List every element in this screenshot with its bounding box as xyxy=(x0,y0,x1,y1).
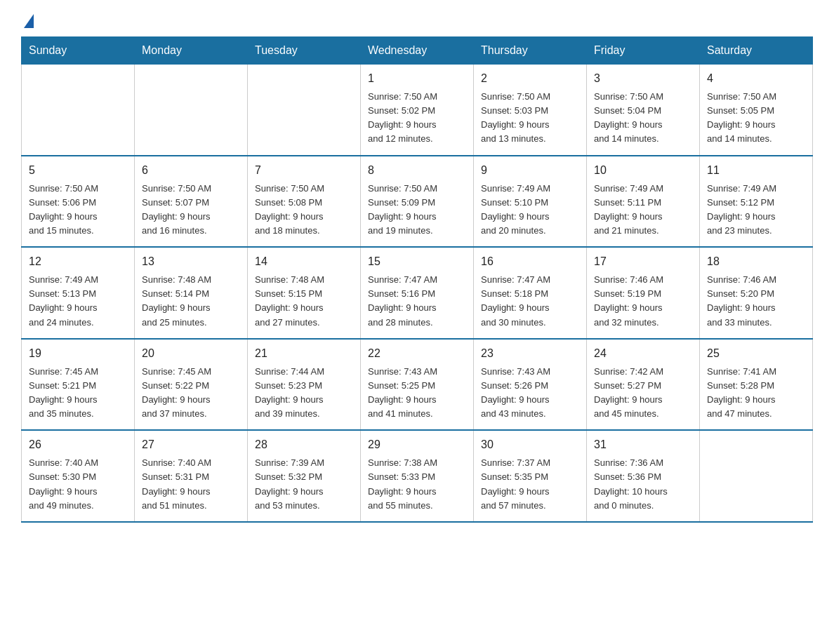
day-info: Sunrise: 7:50 AM Sunset: 5:09 PM Dayligh… xyxy=(368,182,466,239)
day-info: Sunrise: 7:46 AM Sunset: 5:20 PM Dayligh… xyxy=(707,273,805,330)
day-number: 20 xyxy=(142,345,240,362)
calendar-header-tuesday: Tuesday xyxy=(248,37,361,65)
day-info: Sunrise: 7:50 AM Sunset: 5:06 PM Dayligh… xyxy=(29,182,127,239)
calendar-week-row: 1Sunrise: 7:50 AM Sunset: 5:02 PM Daylig… xyxy=(22,65,813,156)
day-number: 10 xyxy=(594,162,692,179)
calendar-week-row: 5Sunrise: 7:50 AM Sunset: 5:06 PM Daylig… xyxy=(22,156,813,248)
day-info: Sunrise: 7:41 AM Sunset: 5:28 PM Dayligh… xyxy=(707,365,805,422)
calendar-cell: 27Sunrise: 7:40 AM Sunset: 5:31 PM Dayli… xyxy=(135,430,248,522)
day-number: 15 xyxy=(368,253,466,270)
day-info: Sunrise: 7:50 AM Sunset: 5:04 PM Dayligh… xyxy=(594,90,692,147)
day-info: Sunrise: 7:43 AM Sunset: 5:26 PM Dayligh… xyxy=(481,365,579,422)
day-number: 13 xyxy=(142,253,240,270)
calendar-cell: 14Sunrise: 7:48 AM Sunset: 5:15 PM Dayli… xyxy=(248,247,361,339)
calendar-cell: 17Sunrise: 7:46 AM Sunset: 5:19 PM Dayli… xyxy=(587,247,700,339)
calendar-cell: 12Sunrise: 7:49 AM Sunset: 5:13 PM Dayli… xyxy=(22,247,135,339)
day-info: Sunrise: 7:39 AM Sunset: 5:32 PM Dayligh… xyxy=(255,456,353,513)
day-info: Sunrise: 7:50 AM Sunset: 5:03 PM Dayligh… xyxy=(481,90,579,147)
day-number: 2 xyxy=(481,70,579,87)
day-info: Sunrise: 7:48 AM Sunset: 5:15 PM Dayligh… xyxy=(255,273,353,330)
calendar-cell: 31Sunrise: 7:36 AM Sunset: 5:36 PM Dayli… xyxy=(587,430,700,522)
day-number: 22 xyxy=(368,345,466,362)
day-number: 26 xyxy=(29,436,127,453)
day-number: 28 xyxy=(255,436,353,453)
day-info: Sunrise: 7:50 AM Sunset: 5:07 PM Dayligh… xyxy=(142,182,240,239)
calendar-header-monday: Monday xyxy=(135,37,248,65)
day-info: Sunrise: 7:37 AM Sunset: 5:35 PM Dayligh… xyxy=(481,456,579,513)
calendar-cell: 5Sunrise: 7:50 AM Sunset: 5:06 PM Daylig… xyxy=(22,156,135,248)
day-number: 21 xyxy=(255,345,353,362)
day-number: 27 xyxy=(142,436,240,453)
day-number: 19 xyxy=(29,345,127,362)
calendar-cell: 10Sunrise: 7:49 AM Sunset: 5:11 PM Dayli… xyxy=(587,156,700,248)
page-header xyxy=(21,14,813,29)
calendar-header-wednesday: Wednesday xyxy=(361,37,474,65)
logo xyxy=(21,14,34,29)
day-number: 3 xyxy=(594,70,692,87)
calendar-week-row: 26Sunrise: 7:40 AM Sunset: 5:30 PM Dayli… xyxy=(22,430,813,522)
calendar-week-row: 12Sunrise: 7:49 AM Sunset: 5:13 PM Dayli… xyxy=(22,247,813,339)
day-number: 1 xyxy=(368,70,466,87)
calendar-cell: 13Sunrise: 7:48 AM Sunset: 5:14 PM Dayli… xyxy=(135,247,248,339)
calendar-cell: 15Sunrise: 7:47 AM Sunset: 5:16 PM Dayli… xyxy=(361,247,474,339)
day-number: 23 xyxy=(481,345,579,362)
calendar-cell: 11Sunrise: 7:49 AM Sunset: 5:12 PM Dayli… xyxy=(700,156,813,248)
day-info: Sunrise: 7:40 AM Sunset: 5:31 PM Dayligh… xyxy=(142,456,240,513)
calendar-cell: 16Sunrise: 7:47 AM Sunset: 5:18 PM Dayli… xyxy=(474,247,587,339)
calendar-cell: 29Sunrise: 7:38 AM Sunset: 5:33 PM Dayli… xyxy=(361,430,474,522)
day-info: Sunrise: 7:38 AM Sunset: 5:33 PM Dayligh… xyxy=(368,456,466,513)
day-info: Sunrise: 7:49 AM Sunset: 5:11 PM Dayligh… xyxy=(594,182,692,239)
day-number: 29 xyxy=(368,436,466,453)
day-info: Sunrise: 7:50 AM Sunset: 5:08 PM Dayligh… xyxy=(255,182,353,239)
day-number: 24 xyxy=(594,345,692,362)
day-info: Sunrise: 7:48 AM Sunset: 5:14 PM Dayligh… xyxy=(142,273,240,330)
day-info: Sunrise: 7:47 AM Sunset: 5:18 PM Dayligh… xyxy=(481,273,579,330)
day-number: 16 xyxy=(481,253,579,270)
day-number: 18 xyxy=(707,253,805,270)
day-number: 25 xyxy=(707,345,805,362)
calendar-cell: 9Sunrise: 7:49 AM Sunset: 5:10 PM Daylig… xyxy=(474,156,587,248)
calendar-cell xyxy=(248,65,361,156)
day-info: Sunrise: 7:45 AM Sunset: 5:22 PM Dayligh… xyxy=(142,365,240,422)
day-number: 6 xyxy=(142,162,240,179)
calendar-cell: 18Sunrise: 7:46 AM Sunset: 5:20 PM Dayli… xyxy=(700,247,813,339)
calendar-header-friday: Friday xyxy=(587,37,700,65)
calendar-cell xyxy=(135,65,248,156)
day-info: Sunrise: 7:40 AM Sunset: 5:30 PM Dayligh… xyxy=(29,456,127,513)
day-number: 14 xyxy=(255,253,353,270)
day-number: 30 xyxy=(481,436,579,453)
calendar-table: SundayMondayTuesdayWednesdayThursdayFrid… xyxy=(21,36,813,523)
calendar-cell: 3Sunrise: 7:50 AM Sunset: 5:04 PM Daylig… xyxy=(587,65,700,156)
day-info: Sunrise: 7:46 AM Sunset: 5:19 PM Dayligh… xyxy=(594,273,692,330)
day-number: 17 xyxy=(594,253,692,270)
day-info: Sunrise: 7:43 AM Sunset: 5:25 PM Dayligh… xyxy=(368,365,466,422)
calendar-cell: 22Sunrise: 7:43 AM Sunset: 5:25 PM Dayli… xyxy=(361,339,474,431)
calendar-cell: 24Sunrise: 7:42 AM Sunset: 5:27 PM Dayli… xyxy=(587,339,700,431)
calendar-cell: 1Sunrise: 7:50 AM Sunset: 5:02 PM Daylig… xyxy=(361,65,474,156)
calendar-cell: 7Sunrise: 7:50 AM Sunset: 5:08 PM Daylig… xyxy=(248,156,361,248)
day-info: Sunrise: 7:47 AM Sunset: 5:16 PM Dayligh… xyxy=(368,273,466,330)
day-info: Sunrise: 7:44 AM Sunset: 5:23 PM Dayligh… xyxy=(255,365,353,422)
calendar-cell xyxy=(22,65,135,156)
logo-triangle-icon xyxy=(24,14,34,28)
day-number: 11 xyxy=(707,162,805,179)
calendar-cell: 19Sunrise: 7:45 AM Sunset: 5:21 PM Dayli… xyxy=(22,339,135,431)
day-number: 9 xyxy=(481,162,579,179)
calendar-cell: 20Sunrise: 7:45 AM Sunset: 5:22 PM Dayli… xyxy=(135,339,248,431)
calendar-week-row: 19Sunrise: 7:45 AM Sunset: 5:21 PM Dayli… xyxy=(22,339,813,431)
calendar-header-thursday: Thursday xyxy=(474,37,587,65)
calendar-cell: 21Sunrise: 7:44 AM Sunset: 5:23 PM Dayli… xyxy=(248,339,361,431)
calendar-cell xyxy=(700,430,813,522)
day-info: Sunrise: 7:42 AM Sunset: 5:27 PM Dayligh… xyxy=(594,365,692,422)
calendar-cell: 26Sunrise: 7:40 AM Sunset: 5:30 PM Dayli… xyxy=(22,430,135,522)
day-info: Sunrise: 7:45 AM Sunset: 5:21 PM Dayligh… xyxy=(29,365,127,422)
day-info: Sunrise: 7:36 AM Sunset: 5:36 PM Dayligh… xyxy=(594,456,692,513)
day-info: Sunrise: 7:50 AM Sunset: 5:05 PM Dayligh… xyxy=(707,90,805,147)
calendar-cell: 2Sunrise: 7:50 AM Sunset: 5:03 PM Daylig… xyxy=(474,65,587,156)
day-number: 5 xyxy=(29,162,127,179)
day-number: 8 xyxy=(368,162,466,179)
day-number: 12 xyxy=(29,253,127,270)
calendar-header-sunday: Sunday xyxy=(22,37,135,65)
calendar-cell: 28Sunrise: 7:39 AM Sunset: 5:32 PM Dayli… xyxy=(248,430,361,522)
day-number: 4 xyxy=(707,70,805,87)
